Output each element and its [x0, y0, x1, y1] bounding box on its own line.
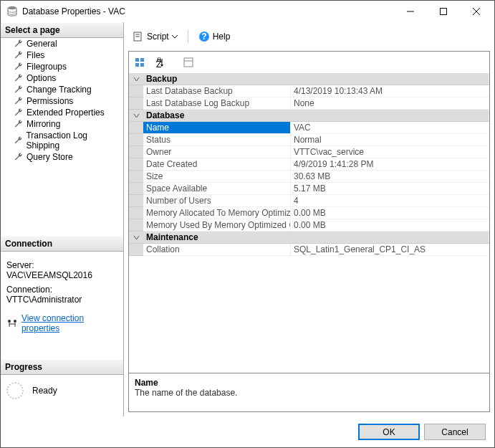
alphabetical-button[interactable]: AZ: [152, 54, 168, 70]
help-button[interactable]: ? Help: [196, 29, 234, 44]
connection-icon: [6, 318, 17, 329]
svg-rect-16: [140, 58, 144, 62]
cancel-button[interactable]: Cancel: [424, 424, 486, 440]
page-item[interactable]: Change Tracking: [1, 84, 123, 95]
minimize-button[interactable]: [394, 1, 427, 22]
property-value: 0.00 MB: [291, 219, 489, 232]
wrench-icon: [14, 39, 24, 49]
svg-text:?: ?: [201, 32, 206, 42]
property-key: Status: [143, 134, 291, 146]
page-item[interactable]: Query Store: [1, 151, 123, 163]
help-icon: ?: [198, 31, 210, 42]
property-value: None: [291, 97, 489, 110]
close-button[interactable]: [460, 1, 493, 22]
wrench-icon: [14, 85, 24, 95]
description-text: The name of the database.: [135, 388, 484, 398]
progress-header: Progress: [1, 359, 123, 375]
property-value: VAC: [291, 122, 489, 134]
page-item[interactable]: Mirroring: [1, 118, 123, 130]
grid-toolbar: AZ: [129, 52, 489, 73]
wrench-icon: [14, 50, 24, 60]
wrench-icon: [14, 96, 24, 106]
property-row[interactable]: Space Available5.17 MB: [129, 183, 489, 195]
property-value: 30.63 MB: [291, 171, 489, 183]
property-key: Date Created: [143, 158, 291, 171]
property-key: Last Database Log Backup: [143, 97, 291, 110]
view-connection-link[interactable]: View connection properties: [21, 313, 117, 333]
property-row[interactable]: Memory Allocated To Memory Optimized Obj…: [129, 207, 489, 219]
property-value: SQL_Latin1_General_CP1_CI_AS: [291, 244, 489, 256]
category-row[interactable]: Backup: [129, 73, 489, 85]
categorized-button[interactable]: [132, 54, 148, 70]
right-pane: Script ? Help AZ BackupLast Database Bac…: [124, 22, 494, 416]
property-key: Space Available: [143, 183, 291, 195]
connection-body: Server: VAC\VEEAMSQL2016 Connection: VTT…: [1, 252, 123, 338]
description-pane: Name The name of the database.: [129, 373, 489, 411]
property-row[interactable]: Last Database Backup4/13/2019 10:13:43 A…: [129, 85, 489, 97]
connection-value: VTTC\Administrator: [6, 295, 117, 305]
svg-point-6: [14, 320, 16, 323]
property-value: 4/13/2019 10:13:43 AM: [291, 85, 489, 97]
page-item[interactable]: General: [1, 38, 123, 49]
page-item[interactable]: Permissions: [1, 95, 123, 107]
svg-point-0: [8, 6, 16, 9]
property-row[interactable]: Size30.63 MB: [129, 171, 489, 183]
page-item[interactable]: Transaction Log Shipping: [1, 130, 123, 151]
property-key: Number of Users: [143, 195, 291, 207]
wrench-icon: [14, 135, 23, 146]
page-item[interactable]: Options: [1, 72, 123, 84]
property-key: Size: [143, 171, 291, 183]
progress-spinner-icon: [6, 382, 24, 399]
wrench-icon: [14, 119, 24, 129]
svg-rect-18: [140, 63, 144, 67]
maximize-button[interactable]: [427, 1, 460, 22]
property-key: Memory Used By Memory Optimized Objects: [143, 219, 291, 232]
property-value: 5.17 MB: [291, 183, 489, 195]
collapse-icon[interactable]: [129, 110, 143, 122]
category-row[interactable]: Database: [129, 110, 489, 122]
select-page-header: Select a page: [1, 22, 123, 38]
property-value: 4: [291, 195, 489, 207]
property-row[interactable]: CollationSQL_Latin1_General_CP1_CI_AS: [129, 244, 489, 256]
property-key: Memory Allocated To Memory Optimized Obj…: [143, 207, 291, 219]
collapse-icon[interactable]: [129, 73, 143, 85]
property-row[interactable]: Last Database Log BackupNone: [129, 97, 489, 110]
collapse-icon[interactable]: [129, 232, 143, 244]
page-list: GeneralFilesFilegroupsOptionsChange Trac…: [1, 38, 123, 163]
property-row[interactable]: OwnerVTTC\vac_service: [129, 146, 489, 158]
properties-button[interactable]: [181, 54, 196, 70]
property-row[interactable]: Number of Users4: [129, 195, 489, 207]
title-bar: Database Properties - VAC: [1, 1, 494, 22]
wrench-icon: [14, 73, 24, 83]
wrench-icon: [14, 152, 24, 162]
svg-rect-15: [135, 58, 139, 62]
page-item[interactable]: Files: [1, 49, 123, 61]
wrench-icon: [14, 108, 24, 118]
property-row[interactable]: Date Created4/9/2019 1:41:28 PM: [129, 158, 489, 171]
property-row[interactable]: Memory Used By Memory Optimized Objects0…: [129, 219, 489, 232]
property-value: Normal: [291, 134, 489, 146]
wrench-icon: [14, 62, 24, 72]
server-label: Server:: [6, 260, 117, 270]
property-row[interactable]: NameVAC: [129, 122, 489, 134]
connection-header: Connection: [1, 236, 123, 252]
connection-label: Connection:: [6, 285, 117, 295]
property-value: VTTC\vac_service: [291, 146, 489, 158]
property-row[interactable]: StatusNormal: [129, 134, 489, 146]
footer: OK Cancel: [1, 416, 494, 447]
property-key: Last Database Backup: [143, 85, 291, 97]
toolbar: Script ? Help: [128, 27, 490, 51]
property-value: 4/9/2019 1:41:28 PM: [291, 158, 489, 171]
script-button[interactable]: Script: [130, 29, 181, 44]
svg-text:Z: Z: [156, 59, 161, 67]
property-value: 0.00 MB: [291, 207, 489, 219]
page-item[interactable]: Extended Properties: [1, 107, 123, 118]
chevron-down-icon: [172, 34, 178, 39]
ok-button[interactable]: OK: [358, 424, 420, 440]
window-title: Database Properties - VAC: [22, 6, 394, 16]
page-item[interactable]: Filegroups: [1, 61, 123, 72]
script-icon: [133, 31, 144, 42]
svg-rect-17: [135, 63, 139, 67]
description-title: Name: [135, 378, 484, 388]
category-row[interactable]: Maintenance: [129, 232, 489, 244]
